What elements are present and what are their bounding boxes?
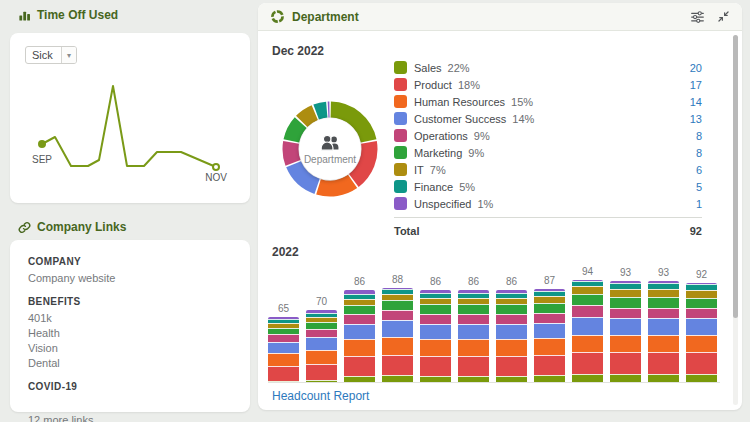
bar-total-label: 70 [306,296,337,307]
legend-label: Operations [414,130,468,142]
people-icon [319,133,341,153]
legend-count-link[interactable]: 13 [690,113,702,125]
department-title: Department [292,10,359,24]
bar-total-label: 93 [648,267,679,278]
scrollbar-track[interactable] [733,35,738,405]
bar-segment [458,324,489,339]
bar-segment [382,300,413,310]
bar-segment [610,335,641,353]
legend-percentage: 1% [477,198,493,210]
bar-segment [458,314,489,324]
time-off-type-dropdown[interactable]: Sick ▾ [25,46,77,64]
bar-segment [572,317,603,335]
legend-count-link[interactable]: 6 [696,164,702,176]
bar-column: 86 [458,276,489,383]
company-link[interactable]: Vision [28,342,232,354]
donut-segment [302,113,315,122]
bar-segment [344,339,375,356]
bar-segment [344,305,375,314]
legend-count-link[interactable]: 20 [690,62,702,74]
bar-total-label: 86 [496,276,527,287]
collapse-icon[interactable] [717,10,730,23]
bar-segment [420,324,451,339]
headcount-report-link[interactable]: Headcount Report [272,389,369,403]
bar-segment [648,352,679,374]
donut-center-label: Department [304,154,356,165]
bar-segment [686,318,717,335]
more-links[interactable]: 12 more links... [28,414,232,422]
bar-segment [610,297,641,308]
bar-segment [610,318,641,335]
filter-icon[interactable] [690,10,705,24]
stacked-bar [458,290,489,383]
bar-column: 94 [572,266,603,383]
department-body: Dec 2022 Department Sales22%20Product18%… [258,31,742,409]
company-links-list: COMPANYCompany websiteBENEFITS401kHealth… [28,256,232,392]
company-links-title: Company Links [37,220,126,234]
legend-row: Unspecified1%1 [394,195,702,212]
chevron-down-icon: ▾ [61,47,76,63]
legend-row: Finance5%5 [394,178,702,195]
legend-count-link[interactable]: 5 [696,181,702,193]
legend-count-link[interactable]: 14 [690,96,702,108]
legend-swatch [394,146,407,159]
legend-percentage: 14% [512,113,534,125]
bar-total-label: 86 [458,276,489,287]
bar-segment [648,335,679,353]
bar-segment [534,313,565,323]
bar-segment [306,364,337,381]
legend-count-link[interactable]: 8 [696,147,702,159]
legend-label: Product [414,79,452,91]
legend-row: Marketing9%8 [394,144,702,161]
company-link[interactable]: Dental [28,357,232,369]
legend-swatch [394,163,407,176]
bar-column: 65 [268,303,299,383]
legend-percentage: 7% [430,164,446,176]
legend-count-link[interactable]: 8 [696,130,702,142]
bar-segment [648,297,679,308]
bar-segment [610,308,641,318]
bar-segment [382,337,413,355]
bar-segment [686,335,717,353]
department-legend: Sales22%20Product18%17Human Resources15%… [394,59,702,212]
legend-count-link[interactable]: 1 [696,198,702,210]
axis-label: NOV [205,172,227,183]
legend-row: Operations9%8 [394,127,702,144]
scrollbar-thumb[interactable] [733,35,738,318]
bar-segment [458,304,489,314]
legend-percentage: 9% [474,130,490,142]
company-link[interactable]: Company website [28,272,232,284]
bar-column: 86 [496,276,527,383]
bar-segment [610,352,641,374]
legend-swatch [394,61,407,74]
bar-segment [686,352,717,374]
stacked-bar [534,289,565,383]
legend-percentage: 15% [511,96,533,108]
bar-segment [306,329,337,337]
bar-total-label: 93 [610,267,641,278]
stacked-bar [686,283,717,383]
company-link[interactable]: 401k [28,312,232,324]
time-off-card: Sick ▾ SEPNOV [10,33,250,203]
stacked-bar [610,281,641,383]
headcount-bar-chart: 657086888686868794939392 [268,261,720,383]
bar-segment [686,308,717,318]
bar-segment [420,356,451,376]
bar-segment [344,356,375,376]
donut-ring-icon [270,9,285,24]
bar-segment [648,318,679,335]
company-link[interactable]: Health [28,327,232,339]
bar-segment [496,314,527,324]
bar-segment [496,356,527,376]
stacked-bar [648,281,679,383]
total-value: 92 [690,225,702,237]
legend-label: Finance [414,181,453,193]
department-donut-chart: Department [282,101,378,197]
company-links-card: COMPANYCompany websiteBENEFITS401kHealth… [10,240,250,412]
company-links-heading: Company Links [18,220,126,234]
bar-segment [648,289,679,297]
stacked-bar [496,290,527,383]
bar-total-label: 86 [420,276,451,287]
legend-count-link[interactable]: 17 [690,79,702,91]
time-off-title: Time Off Used [37,8,118,22]
